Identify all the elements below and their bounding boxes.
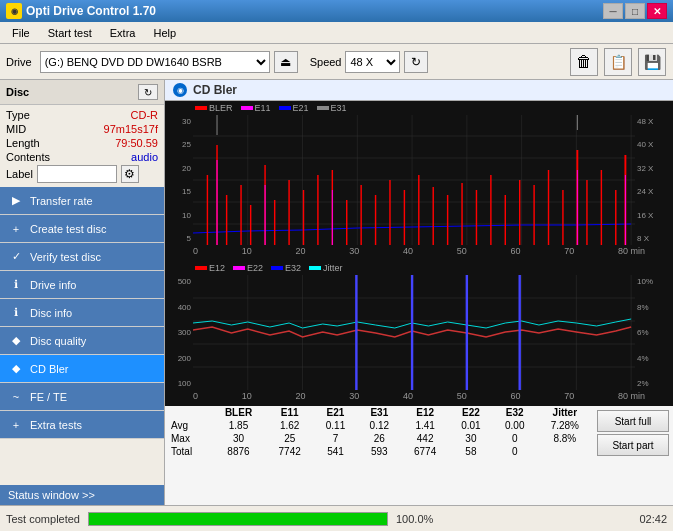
refresh-button[interactable]: ↻ [404, 51, 428, 73]
legend-bler: BLER [195, 103, 233, 113]
fe-te-icon: ~ [8, 389, 24, 405]
eject-button[interactable]: ⏏ [274, 51, 298, 73]
app-icon: ◉ [6, 3, 22, 19]
transfer-rate-icon: ▶ [8, 193, 24, 209]
main-layout: Disc ↻ Type CD-R MID 97m15s17f Length 79… [0, 80, 673, 505]
title-bar-left: ◉ Opti Drive Control 1.70 [6, 3, 156, 19]
disc-type-row: Type CD-R [6, 109, 158, 121]
disc-length-label: Length [6, 137, 40, 149]
app-title: Opti Drive Control 1.70 [26, 4, 156, 18]
legend-e12: E12 [195, 263, 225, 273]
disc-title: Disc [6, 86, 29, 98]
disc-label-icon-button[interactable]: ⚙ [121, 165, 139, 183]
close-button[interactable]: ✕ [647, 3, 667, 19]
stats-buttons-area: BLER E11 E21 E31 E12 E22 E32 Jitter Avg … [165, 406, 673, 505]
top-chart [193, 115, 635, 245]
legend-e31: E31 [317, 103, 347, 113]
minimize-button[interactable]: ─ [603, 3, 623, 19]
sidebar-item-extra-tests[interactable]: + Extra tests [0, 411, 164, 439]
top-chart-wrapper: 30252015105 [165, 115, 673, 245]
bottom-chart-wrapper: 500400300200100 [165, 275, 673, 390]
maximize-button[interactable]: □ [625, 3, 645, 19]
extra-tests-icon: + [8, 417, 24, 433]
legend-e22: E22 [233, 263, 263, 273]
stats-header-row: BLER E11 E21 E31 E12 E22 E32 Jitter [165, 406, 593, 419]
verify-test-disc-icon: ✓ [8, 249, 24, 265]
progress-bar-container [88, 512, 388, 526]
stats-total-row: Total 8876 7742 541 593 6774 58 0 [165, 445, 593, 458]
menu-start-test[interactable]: Start test [40, 25, 100, 41]
disc-label-input[interactable] [37, 165, 117, 183]
title-bar-controls: ─ □ ✕ [603, 3, 667, 19]
sidebar-item-verify-test-disc[interactable]: ✓ Verify test disc [0, 243, 164, 271]
start-full-button[interactable]: Start full [597, 410, 669, 432]
chart-header: ◉ CD Bler [165, 80, 673, 101]
bottom-chart-y-left: 500400300200100 [165, 275, 193, 390]
copy-button[interactable]: 📋 [604, 48, 632, 76]
disc-length-row: Length 79:50.59 [6, 137, 158, 149]
sidebar-item-cd-bler[interactable]: ◆ CD Bler [0, 355, 164, 383]
disc-info-icon: ℹ [8, 305, 24, 321]
disc-contents-label: Contents [6, 151, 50, 163]
speed-select[interactable]: 48 X [345, 51, 400, 73]
content-area: ◉ CD Bler BLER E11 E21 E31 [165, 80, 673, 505]
top-chart-y-right: 48 X40 X32 X24 X16 X8 X [635, 115, 673, 245]
status-window-button[interactable]: Status window >> [0, 485, 164, 505]
start-part-button[interactable]: Start part [597, 434, 669, 456]
title-bar: ◉ Opti Drive Control 1.70 ─ □ ✕ [0, 0, 673, 22]
disc-quality-icon: ◆ [8, 333, 24, 349]
create-test-disc-icon: + [8, 221, 24, 237]
menu-bar: File Start test Extra Help [0, 22, 673, 44]
disc-length-value: 79:50.59 [115, 137, 158, 149]
save-button[interactable]: 💾 [638, 48, 666, 76]
menu-help[interactable]: Help [145, 25, 184, 41]
buttons-area: Start full Start part [593, 406, 673, 505]
disc-refresh-button[interactable]: ↻ [138, 84, 158, 100]
sidebar-item-fe-te[interactable]: ~ FE / TE [0, 383, 164, 411]
stats-table: BLER E11 E21 E31 E12 E22 E32 Jitter Avg … [165, 406, 593, 458]
sidebar-item-transfer-rate[interactable]: ▶ Transfer rate [0, 187, 164, 215]
toolbar: Drive (G:) BENQ DVD DD DW1640 BSRB ⏏ Spe… [0, 44, 673, 80]
drive-label: Drive [6, 56, 32, 68]
disc-info-panel: Type CD-R MID 97m15s17f Length 79:50.59 … [0, 105, 164, 187]
menu-file[interactable]: File [4, 25, 38, 41]
menu-extra[interactable]: Extra [102, 25, 144, 41]
disc-label-label: Label [6, 168, 33, 180]
sidebar-item-drive-info[interactable]: ℹ Drive info [0, 271, 164, 299]
time-label: 02:42 [639, 513, 667, 525]
speed-label: Speed [310, 56, 342, 68]
disc-type-label: Type [6, 109, 30, 121]
disc-contents-row: Contents audio [6, 151, 158, 163]
disc-label-row: Label ⚙ [6, 165, 158, 183]
stats-area: BLER E11 E21 E31 E12 E22 E32 Jitter Avg … [165, 406, 593, 505]
stats-avg-row: Avg 1.85 1.62 0.11 0.12 1.41 0.01 0.00 7… [165, 419, 593, 432]
drive-info-icon: ℹ [8, 277, 24, 293]
status-bar: Test completed 100.0% 02:42 [0, 505, 673, 531]
top-chart-x-axis: 01020304050607080 min [165, 245, 673, 261]
sidebar-item-disc-info[interactable]: ℹ Disc info [0, 299, 164, 327]
status-text: Test completed [6, 513, 80, 525]
legend-jitter: Jitter [309, 263, 343, 273]
sidebar-item-create-test-disc[interactable]: + Create test disc [0, 215, 164, 243]
disc-contents-value: audio [131, 151, 158, 163]
disc-mid-label: MID [6, 123, 26, 135]
cd-bler-icon: ◆ [8, 361, 24, 377]
erase-button[interactable]: 🗑 [570, 48, 598, 76]
drive-select[interactable]: (G:) BENQ DVD DD DW1640 BSRB [40, 51, 270, 73]
bottom-legend: E12 E22 E32 Jitter [165, 261, 673, 275]
legend-e21: E21 [279, 103, 309, 113]
legend-e11: E11 [241, 103, 271, 113]
chart-title: CD Bler [193, 83, 237, 97]
disc-mid-value: 97m15s17f [104, 123, 158, 135]
disc-mid-row: MID 97m15s17f [6, 123, 158, 135]
top-chart-y-left: 30252015105 [165, 115, 193, 245]
sidebar-item-disc-quality[interactable]: ◆ Disc quality [0, 327, 164, 355]
disc-header: Disc ↻ [0, 80, 164, 105]
legend-e32: E32 [271, 263, 301, 273]
bottom-chart-x-axis: 01020304050607080 min [165, 390, 673, 406]
top-legend: BLER E11 E21 E31 [165, 101, 673, 115]
progress-label: 100.0% [396, 513, 433, 525]
stats-max-row: Max 30 25 7 26 442 30 0 8.8% [165, 432, 593, 445]
disc-type-value: CD-R [131, 109, 159, 121]
progress-bar [89, 513, 387, 525]
